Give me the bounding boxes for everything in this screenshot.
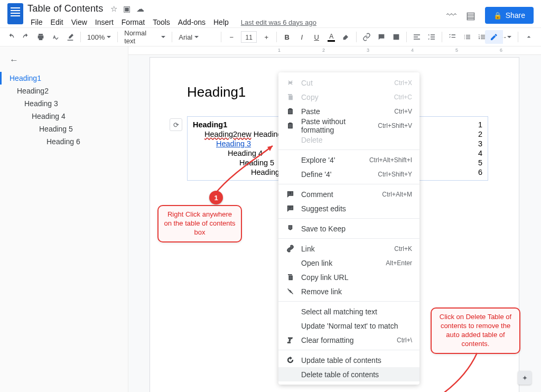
- unlink-icon: [286, 287, 294, 296]
- context-menu-item[interactable]: Explore '4'Ctrl+Alt+Shift+I: [278, 153, 419, 167]
- context-menu-label: Cut: [301, 79, 387, 87]
- context-menu-item[interactable]: Suggest edits: [278, 201, 419, 216]
- refresh-icon: [286, 356, 294, 365]
- document-title[interactable]: Table of Contents: [27, 3, 104, 14]
- align-button[interactable]: [410, 30, 424, 44]
- menu-format[interactable]: Format: [118, 16, 148, 28]
- zoom-dropdown[interactable]: 100%: [84, 30, 114, 44]
- context-menu-item[interactable]: Remove link: [278, 284, 419, 298]
- context-menu-item[interactable]: Update 'Normal text' to match: [278, 319, 419, 333]
- ruler-tick: 1: [278, 48, 281, 53]
- context-menu-shortcut: Ctrl+\: [397, 337, 412, 344]
- font-dropdown[interactable]: Arial: [175, 30, 218, 44]
- outline-item[interactable]: Heading 4: [10, 110, 118, 123]
- context-menu-item[interactable]: Define '4'Ctrl+Shift+Y: [278, 167, 419, 181]
- menu-tools[interactable]: Tools: [150, 16, 173, 28]
- cloud-icon[interactable]: ☁: [136, 4, 144, 14]
- menu-edit[interactable]: Edit: [48, 16, 67, 28]
- font-size-input[interactable]: 11: [241, 31, 257, 43]
- move-icon[interactable]: ▣: [123, 4, 130, 14]
- context-menu-item[interactable]: Update table of contents: [278, 353, 419, 367]
- context-menu-item[interactable]: Open linkAlt+Enter: [278, 256, 419, 270]
- redo-button[interactable]: [19, 30, 33, 44]
- menu-addons[interactable]: Add-ons: [175, 16, 209, 28]
- link-icon: [286, 245, 294, 253]
- context-menu-item[interactable]: CommentCtrl+Alt+M: [278, 187, 419, 201]
- menu-help[interactable]: Help: [210, 16, 232, 28]
- outline-back-icon[interactable]: ←: [10, 55, 118, 66]
- menu-bar: File Edit View Insert Format Tools Add-o…: [27, 16, 446, 28]
- insert-image-button[interactable]: [389, 30, 403, 44]
- text-color-button[interactable]: A: [324, 30, 338, 44]
- context-menu-item[interactable]: Select all matching text: [278, 304, 419, 319]
- insert-comment-button[interactable]: [375, 30, 388, 44]
- toolbar: 100% Normal text Arial − 11 + B I U A ⋯: [0, 27, 541, 46]
- context-menu-item: CopyCtrl+C: [278, 90, 419, 104]
- activity-icon[interactable]: 〰: [446, 10, 456, 21]
- menu-view[interactable]: View: [68, 16, 90, 28]
- paint-format-button[interactable]: [63, 30, 77, 44]
- last-edit-info[interactable]: Last edit was 6 days ago: [241, 18, 316, 26]
- context-menu-label: Save to Keep: [301, 225, 412, 233]
- ruler-tick: 2: [322, 48, 325, 53]
- annotation-callout-2: Click on Delete Table of contents to rem…: [431, 307, 520, 354]
- context-menu-label: Paste: [301, 107, 387, 116]
- outline-item[interactable]: Heading 5: [10, 123, 118, 135]
- context-menu-item[interactable]: Clear formattingCtrl+\: [278, 333, 419, 347]
- suggest-icon: [286, 204, 294, 213]
- outline-item[interactable]: Heading2: [10, 85, 118, 97]
- line-spacing-button[interactable]: [425, 30, 439, 44]
- font-size-increase-button[interactable]: +: [259, 30, 273, 44]
- italic-button[interactable]: I: [295, 30, 309, 44]
- docs-icon[interactable]: [7, 3, 23, 24]
- highlight-color-button[interactable]: [339, 30, 353, 44]
- print-button[interactable]: [34, 30, 48, 44]
- context-menu-item[interactable]: Paste without formattingCtrl+Shift+V: [278, 118, 419, 133]
- hide-menus-button[interactable]: [522, 30, 536, 44]
- paragraph-style-dropdown[interactable]: Normal text: [121, 30, 169, 44]
- undo-button[interactable]: [4, 30, 18, 44]
- context-menu-item[interactable]: Delete table of contents: [278, 367, 419, 381]
- context-menu-label: Select all matching text: [301, 307, 412, 316]
- context-menu-label: Update 'Normal text' to match: [301, 322, 412, 330]
- editing-mode-button[interactable]: [485, 30, 503, 44]
- editing-mode-dropdown[interactable]: [505, 30, 514, 44]
- context-menu-label: Explore '4': [301, 156, 362, 164]
- comment-history-icon[interactable]: ▤: [466, 10, 475, 22]
- context-menu: CutCtrl+XCopyCtrl+CPasteCtrl+VPaste with…: [278, 72, 419, 385]
- spellcheck-button[interactable]: [49, 30, 62, 44]
- toc-refresh-icon[interactable]: ⟳: [170, 118, 182, 131]
- context-menu-shortcut: Ctrl+C: [394, 94, 412, 101]
- ruler[interactable]: 1234567: [128, 46, 541, 55]
- bold-button[interactable]: B: [280, 30, 294, 44]
- context-menu-shortcut: Alt+Enter: [386, 259, 412, 267]
- underline-button[interactable]: U: [310, 30, 323, 44]
- explore-button[interactable]: ✦: [518, 371, 531, 385]
- context-menu-label: Link: [301, 245, 387, 253]
- context-menu-label: Define '4': [301, 170, 371, 179]
- comment-icon: [286, 190, 294, 199]
- share-button[interactable]: 🔒 Share: [485, 7, 534, 24]
- copylink-icon: [286, 273, 294, 282]
- checklist-button[interactable]: [445, 30, 459, 44]
- star-icon[interactable]: ☆: [110, 4, 117, 14]
- outline-item[interactable]: Heading 3: [10, 97, 118, 110]
- context-menu-label: Delete: [301, 136, 412, 144]
- outline-item[interactable]: Heading1: [0, 72, 118, 85]
- bullet-list-button[interactable]: [460, 30, 474, 44]
- context-menu-shortcut: Ctrl+Alt+M: [382, 191, 412, 198]
- context-menu-label: Update table of contents: [301, 356, 412, 365]
- font-size-decrease-button[interactable]: −: [225, 30, 238, 44]
- paste-icon: [286, 122, 294, 130]
- context-menu-item[interactable]: Save to Keep: [278, 221, 419, 236]
- insert-link-button[interactable]: [360, 30, 374, 44]
- document-outline: ← Heading1Heading2Heading 3Heading 4Head…: [0, 46, 128, 392]
- context-menu-item[interactable]: Copy link URL: [278, 270, 419, 284]
- context-menu-label: Clear formatting: [301, 336, 390, 344]
- context-menu-item[interactable]: PasteCtrl+V: [278, 104, 419, 118]
- context-menu-shortcut: Ctrl+Alt+Shift+I: [369, 156, 412, 164]
- menu-file[interactable]: File: [27, 16, 46, 28]
- menu-insert[interactable]: Insert: [92, 16, 117, 28]
- context-menu-item[interactable]: LinkCtrl+K: [278, 241, 419, 256]
- outline-item[interactable]: Heading 6: [10, 135, 118, 148]
